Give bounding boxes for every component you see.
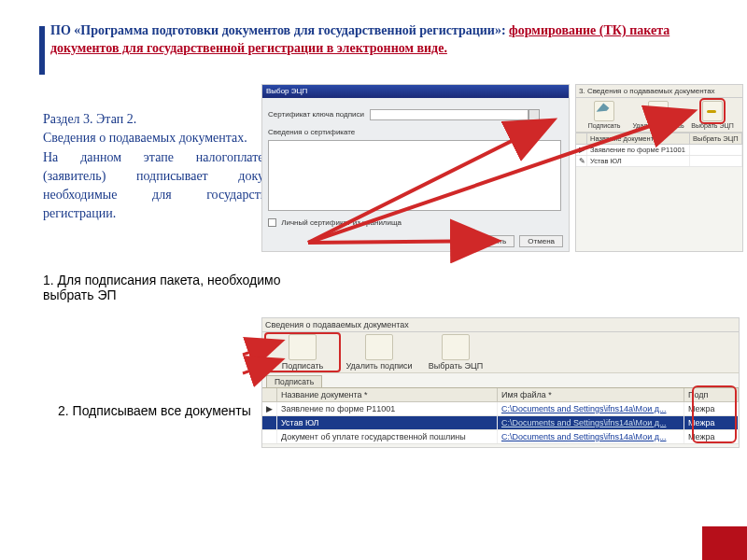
- grid3-col-docname: Название документа *: [277, 388, 498, 401]
- table-row[interactable]: ✎ Устав ЮЛ: [576, 156, 742, 167]
- personal-cert-checkbox[interactable]: [268, 218, 276, 227]
- apply-button[interactable]: Применить: [459, 235, 514, 247]
- cert-combo[interactable]: [370, 109, 529, 120]
- delete-sign-button-large[interactable]: Удалить подписи: [343, 334, 416, 371]
- pen-icon: [289, 334, 317, 360]
- screenshot-doc-panel-large: Сведения о подаваемых документах Подписа…: [261, 317, 740, 448]
- panel3-section-title: Сведения о подаваемых документах: [262, 318, 739, 332]
- cert-info-box: [268, 140, 561, 211]
- step-1-text: 1. Для подписания пакета, необходимо выб…: [43, 273, 304, 302]
- select-ecp-button-large[interactable]: Выбрать ЭЦП: [419, 334, 492, 371]
- screenshot-doc-panel-small: 3. Сведения о подаваемых документах Подп…: [575, 84, 743, 252]
- key-icon: [442, 334, 470, 360]
- grid3-col-selector: [262, 388, 277, 401]
- personal-cert-label: Личный сертификат из хранилища: [281, 218, 402, 227]
- cancel-button[interactable]: Отмена: [519, 235, 563, 247]
- grid-col-ecp: Выбрать ЭЦП: [690, 133, 742, 144]
- sign-button[interactable]: Подписать: [578, 101, 630, 129]
- sign-button-large[interactable]: Подписать: [266, 334, 339, 371]
- panel3-toolbar: Подписать Удалить подписи Выбрать ЭЦП: [262, 332, 739, 373]
- grid-col-selector: [576, 133, 587, 144]
- table-row[interactable]: Устав ЮЛ C:\Documents and Settings\ifns1…: [262, 416, 739, 430]
- title-line1: ПО «Программа подготовки документов для …: [50, 23, 506, 37]
- pen-icon: [594, 101, 614, 121]
- table-row[interactable]: ▶ Заявление по форме Р11001: [576, 145, 742, 156]
- accent-bar: [39, 26, 45, 75]
- highlight-sign-column: [692, 385, 737, 443]
- select-ecp-button[interactable]: Выбрать ЭЦП: [686, 101, 739, 129]
- key-icon: [702, 101, 723, 121]
- panel-section-title: 3. Сведения о подаваемых документах: [576, 85, 742, 98]
- delete-sign-button[interactable]: Удалить подпись: [632, 101, 684, 129]
- panel-grid-header: Название документа Выбрать ЭЦП: [576, 133, 742, 145]
- step-2-text: 2. Подписываем все документы: [58, 403, 282, 418]
- delete-icon: [648, 101, 669, 121]
- table-row[interactable]: Документ об уплате государственной пошли…: [262, 430, 739, 444]
- delete-icon: [365, 334, 393, 360]
- dialog-titlebar: Выбор ЭЦП: [262, 85, 569, 98]
- screenshot-cert-dialog: Выбор ЭЦП Сертификат ключа подписи Сведе…: [261, 84, 570, 252]
- label-cert: Сертификат ключа подписи: [268, 110, 364, 119]
- slide-title: ПО «Программа подготовки документов для …: [50, 22, 704, 58]
- panel-toolbar: Подписать Удалить подпись Выбрать ЭЦП: [576, 98, 742, 133]
- table-row[interactable]: ▶ Заявление по форме Р11001 C:\Documents…: [262, 402, 739, 416]
- grid3-col-filename: Имя файла *: [498, 388, 684, 401]
- label-cert-info: Сведения о сертификате: [268, 128, 355, 136]
- cert-combo-drop-icon[interactable]: [529, 109, 540, 120]
- tab-sign[interactable]: Подписать: [266, 375, 322, 387]
- slide-corner-accent: [702, 526, 747, 560]
- panel3-grid: Название документа * Имя файла * Подп ▶ …: [262, 387, 739, 444]
- grid-col-docname: Название документа: [587, 133, 690, 144]
